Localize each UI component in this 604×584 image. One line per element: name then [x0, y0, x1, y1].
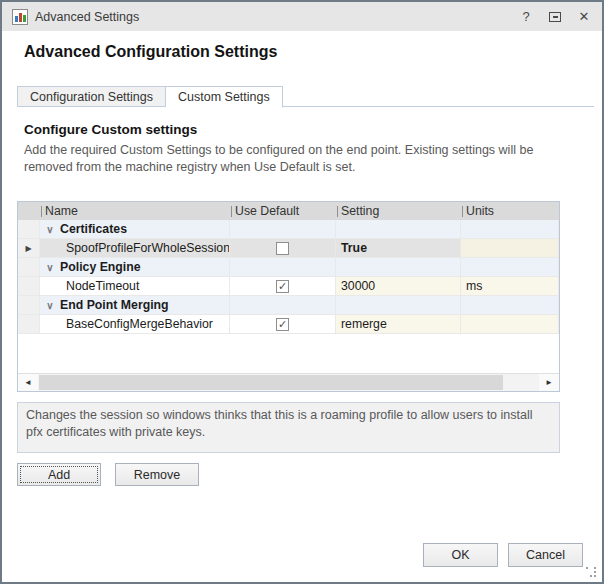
- group-name: Policy Engine: [60, 260, 141, 274]
- resize-grip[interactable]: [585, 566, 596, 577]
- grid-header-row: Name Use Default Setting Units: [18, 202, 559, 220]
- ok-button[interactable]: OK: [423, 543, 498, 567]
- column-header-name[interactable]: Name: [40, 202, 230, 220]
- row-header-cell: [18, 220, 40, 239]
- scroll-right-icon[interactable]: ►: [539, 374, 559, 391]
- group-row-policy-engine[interactable]: ∨Policy Engine: [18, 258, 559, 277]
- setting-row-nodetimeout[interactable]: NodeTimeout ✓ 30000 ms: [18, 277, 559, 296]
- setting-row-baseconfigmergebehavior[interactable]: BaseConfigMergeBehavior ✓ remerge: [18, 315, 559, 334]
- tabstrip: Configuration Settings Custom Settings: [17, 86, 283, 108]
- setting-name-cell: NodeTimeout: [40, 277, 230, 296]
- grid-header-corner: [18, 202, 40, 220]
- help-icon[interactable]: ?: [518, 9, 534, 25]
- row-header-cell: [18, 258, 40, 277]
- row-indicator-icon: ▶: [25, 244, 31, 253]
- column-header-setting[interactable]: Setting: [336, 202, 461, 220]
- collapse-icon[interactable]: ∨: [40, 224, 60, 235]
- setting-row-spoofprofile[interactable]: ▶ SpoofProfileForWholeSession True: [18, 239, 559, 258]
- group-row-end-point-merging[interactable]: ∨End Point Merging: [18, 296, 559, 315]
- app-icon: [12, 9, 28, 25]
- collapse-icon[interactable]: ∨: [40, 262, 60, 273]
- group-name: End Point Merging: [60, 298, 169, 312]
- setting-value-cell[interactable]: True: [336, 239, 461, 258]
- units-cell: [461, 239, 559, 258]
- grid-empty-area: [18, 334, 559, 373]
- window-title: Advanced Settings: [35, 10, 139, 24]
- section-title: Configure Custom settings: [24, 122, 197, 137]
- use-default-cell: ✓: [230, 277, 336, 296]
- use-default-checkbox[interactable]: ✓: [276, 280, 289, 293]
- row-header-cell: [18, 296, 40, 315]
- group-row-certificates[interactable]: ∨Certificates: [18, 220, 559, 239]
- cancel-button[interactable]: Cancel: [508, 543, 583, 567]
- use-default-cell: ✓: [230, 315, 336, 334]
- scrollbar-thumb[interactable]: [39, 375, 503, 390]
- units-cell: ms: [461, 277, 559, 296]
- setting-name-cell: BaseConfigMergeBehavior: [40, 315, 230, 334]
- tab-configuration-settings[interactable]: Configuration Settings: [17, 86, 166, 107]
- titlebar: Advanced Settings ? ✕: [2, 2, 602, 31]
- column-header-use-default[interactable]: Use Default: [230, 202, 336, 220]
- setting-value-cell[interactable]: remerge: [336, 315, 461, 334]
- units-cell: [461, 315, 559, 334]
- use-default-cell: [230, 239, 336, 258]
- setting-name-cell: SpoofProfileForWholeSession: [40, 239, 230, 258]
- row-header-cell: ▶: [18, 239, 40, 258]
- grid-body: ∨Certificates ▶ SpoofProfileForWholeSess…: [18, 220, 559, 334]
- use-default-checkbox[interactable]: [276, 242, 289, 255]
- setting-description-box: Changes the session so windows thinks th…: [17, 402, 560, 453]
- close-icon[interactable]: ✕: [576, 9, 592, 25]
- advanced-settings-dialog: Advanced Settings ? ✕ Advanced Configura…: [0, 0, 604, 584]
- remove-button[interactable]: Remove: [115, 463, 199, 486]
- row-header-cell: [18, 315, 40, 334]
- add-button[interactable]: Add: [17, 463, 101, 486]
- section-description: Add the required Custom Settings to be c…: [24, 142, 572, 176]
- restore-icon[interactable]: [547, 9, 563, 25]
- collapse-icon[interactable]: ∨: [40, 300, 60, 311]
- tab-custom-settings[interactable]: Custom Settings: [166, 86, 283, 108]
- horizontal-scrollbar[interactable]: ◄ ►: [18, 373, 559, 391]
- scroll-left-icon[interactable]: ◄: [18, 374, 38, 391]
- group-name: Certificates: [60, 222, 127, 236]
- use-default-checkbox[interactable]: ✓: [276, 318, 289, 331]
- custom-settings-grid: Name Use Default Setting Units ∨Certific…: [17, 201, 560, 392]
- column-header-units[interactable]: Units: [461, 202, 559, 220]
- row-header-cell: [18, 277, 40, 296]
- page-title: Advanced Configuration Settings: [24, 43, 277, 61]
- setting-value-cell[interactable]: 30000: [336, 277, 461, 296]
